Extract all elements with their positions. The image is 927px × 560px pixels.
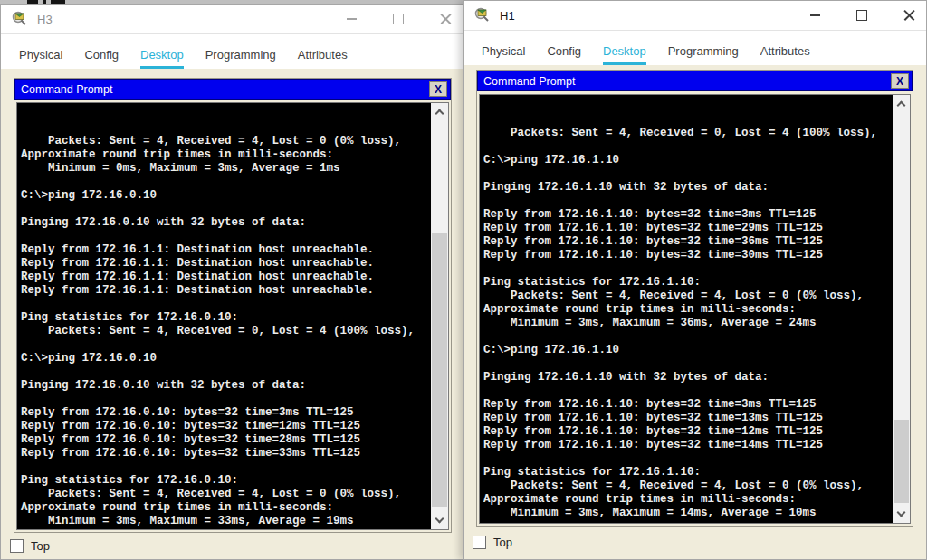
- terminal-scrollbar[interactable]: [431, 103, 448, 529]
- tab-bar: Physical Config Desktop Programming Attr…: [464, 31, 926, 65]
- tab-config[interactable]: Config: [84, 48, 119, 69]
- command-prompt-panel: Command Prompt X Packets: Sent = 4, Rece…: [476, 70, 913, 527]
- tab-desktop[interactable]: Desktop: [140, 48, 184, 69]
- window-title: H3: [37, 13, 53, 26]
- terminal-scrollbar[interactable]: [893, 95, 910, 523]
- maximize-button[interactable]: [848, 1, 875, 30]
- terminal[interactable]: Packets: Sent = 4, Received = 4, Lost = …: [16, 102, 449, 530]
- scroll-down-button[interactable]: [431, 512, 448, 529]
- tab-physical[interactable]: Physical: [482, 44, 525, 65]
- device-window-h3: H3 Physical Config Desktop Programming A…: [0, 4, 464, 560]
- close-icon: [903, 10, 915, 22]
- close-icon: [440, 14, 452, 25]
- terminal-output: Packets: Sent = 4, Received = 4, Lost = …: [17, 103, 431, 529]
- close-button[interactable]: [432, 5, 459, 33]
- command-prompt-titlebar[interactable]: Command Prompt X: [477, 71, 913, 91]
- tab-desktop[interactable]: Desktop: [603, 44, 646, 65]
- minimize-button[interactable]: [801, 1, 828, 30]
- command-prompt-close-button[interactable]: X: [891, 73, 909, 89]
- minimize-icon: [810, 14, 820, 16]
- terminal-lines: Packets: Sent = 4, Received = 4, Lost = …: [21, 135, 431, 528]
- background-window-fragment: [27, 0, 65, 4]
- tab-programming[interactable]: Programming: [205, 48, 276, 69]
- minimize-button[interactable]: [338, 5, 365, 33]
- device-window-h1: H1 Physical Config Desktop Programming A…: [463, 0, 927, 560]
- scroll-up-button[interactable]: [893, 95, 910, 112]
- window-title: H1: [500, 9, 515, 23]
- maximize-icon: [393, 14, 404, 24]
- packet-tracer-device-icon: [11, 11, 27, 27]
- window-titlebar[interactable]: H3: [1, 5, 463, 34]
- tab-physical[interactable]: Physical: [19, 48, 62, 69]
- tab-config[interactable]: Config: [547, 44, 581, 65]
- command-prompt-title: Command Prompt: [483, 75, 575, 88]
- command-prompt-titlebar[interactable]: Command Prompt X: [14, 79, 451, 100]
- scroll-down-button[interactable]: [893, 506, 910, 523]
- chevron-down-icon: [435, 515, 444, 524]
- top-checkbox[interactable]: [10, 539, 24, 553]
- scrollbar-thumb[interactable]: [432, 233, 447, 507]
- top-option-row: Top: [473, 536, 512, 549]
- maximize-button[interactable]: [385, 5, 412, 33]
- close-button[interactable]: [895, 1, 922, 30]
- tab-attributes[interactable]: Attributes: [298, 48, 348, 69]
- scroll-up-button[interactable]: [431, 103, 448, 120]
- chevron-up-icon: [435, 109, 444, 119]
- top-checkbox-label: Top: [31, 539, 50, 553]
- minimize-icon: [347, 18, 357, 20]
- command-prompt-panel: Command Prompt X Packets: Sent = 4, Rece…: [14, 78, 452, 533]
- scrollbar-thumb[interactable]: [894, 420, 909, 503]
- tab-programming[interactable]: Programming: [668, 44, 739, 65]
- terminal[interactable]: Packets: Sent = 4, Received = 0, Lost = …: [479, 94, 911, 524]
- chevron-down-icon: [897, 508, 906, 517]
- window-titlebar[interactable]: H1: [464, 1, 926, 31]
- tab-bar: Physical Config Desktop Programming Attr…: [1, 34, 463, 69]
- chevron-up-icon: [897, 101, 906, 110]
- top-checkbox-label: Top: [493, 536, 512, 549]
- maximize-icon: [856, 10, 867, 21]
- packet-tracer-device-icon: [473, 7, 490, 24]
- top-option-row: Top: [10, 539, 50, 553]
- terminal-lines: Packets: Sent = 4, Received = 0, Lost = …: [483, 127, 893, 520]
- tab-attributes[interactable]: Attributes: [760, 44, 810, 65]
- command-prompt-close-button[interactable]: X: [429, 81, 447, 97]
- terminal-output: Packets: Sent = 4, Received = 0, Lost = …: [480, 95, 893, 523]
- command-prompt-title: Command Prompt: [21, 83, 112, 96]
- top-checkbox[interactable]: [473, 536, 486, 549]
